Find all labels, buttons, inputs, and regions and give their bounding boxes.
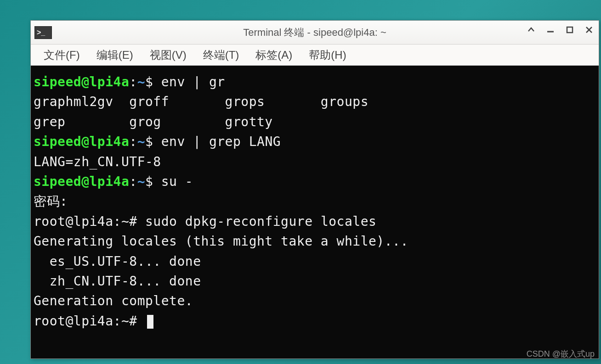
prompt-symbol: $ xyxy=(145,134,161,149)
minimize-button[interactable] xyxy=(544,24,557,35)
prompt-glyph-icon: >_ xyxy=(37,28,45,37)
command-text: env | grep LANG xyxy=(161,134,281,149)
watermark: CSDN @嵌入式up xyxy=(527,348,595,359)
prompt-sep: : xyxy=(129,174,137,189)
command-text: sudo dpkg-reconfigure locales xyxy=(145,214,376,229)
command-text: env | gr xyxy=(161,74,225,90)
root-prompt-symbol: # xyxy=(129,314,145,329)
menu-terminal[interactable]: 终端(T) xyxy=(195,45,248,65)
prompt-sep: : xyxy=(129,74,137,90)
close-button[interactable] xyxy=(582,24,596,35)
menu-file[interactable]: 文件(F) xyxy=(35,45,88,65)
prompt-user: sipeed@lpi4a xyxy=(34,134,129,149)
root-prompt-symbol: # xyxy=(129,214,145,229)
prompt-path: ~ xyxy=(137,74,145,90)
terminal-window: >_ Terminal 终端 - sipeed@lpi4a: ~ 文件(F) 编… xyxy=(30,20,599,359)
terminal-line: root@lpi4a:~# sudo dpkg-reconfigure loca… xyxy=(34,212,596,231)
terminal-line: Generating locales (this might take a wh… xyxy=(34,231,596,251)
terminal-line: graphml2gv groff grops groups xyxy=(34,92,596,112)
prompt-user: sipeed@lpi4a xyxy=(34,74,129,90)
prompt-user: sipeed@lpi4a xyxy=(34,174,129,189)
prompt-sep: : xyxy=(129,134,137,149)
prompt-symbol: $ xyxy=(145,74,161,90)
terminal-line: grep grog grotty xyxy=(34,112,596,132)
window-title: Terminal 终端 - sipeed@lpi4a: ~ xyxy=(243,26,386,39)
root-prompt-user: root@lpi4a: xyxy=(34,314,121,329)
titlebar[interactable]: >_ Terminal 终端 - sipeed@lpi4a: ~ xyxy=(31,21,599,45)
terminal-line: sipeed@lpi4a:~$ su - xyxy=(34,172,596,191)
root-prompt-path: ~ xyxy=(121,314,129,329)
terminal-line: Generation complete. xyxy=(34,291,596,311)
menu-view[interactable]: 视图(V) xyxy=(142,45,195,65)
terminal-line: zh_CN.UTF-8... done xyxy=(34,271,596,291)
terminal-line: root@lpi4a:~# xyxy=(34,311,596,331)
menu-help[interactable]: 帮助(H) xyxy=(300,45,354,65)
terminal-app-icon: >_ xyxy=(34,26,52,39)
root-prompt-user: root@lpi4a: xyxy=(34,214,121,229)
terminal-line: es_US.UTF-8... done xyxy=(34,252,596,271)
prompt-symbol: $ xyxy=(145,174,161,189)
terminal-line: 密码: xyxy=(34,191,596,211)
terminal-body[interactable]: sipeed@lpi4a:~$ env | gr graphml2gv grof… xyxy=(31,66,599,358)
menu-tabs[interactable]: 标签(A) xyxy=(247,45,300,65)
terminal-line: sipeed@lpi4a:~$ env | gr xyxy=(34,72,596,92)
window-controls xyxy=(524,24,596,35)
menubar: 文件(F) 编辑(E) 视图(V) 终端(T) 标签(A) 帮助(H) xyxy=(31,45,599,66)
menu-edit[interactable]: 编辑(E) xyxy=(88,45,142,65)
rollup-button[interactable] xyxy=(524,24,538,35)
prompt-path: ~ xyxy=(137,174,145,189)
prompt-path: ~ xyxy=(137,134,145,149)
terminal-line: sipeed@lpi4a:~$ env | grep LANG xyxy=(34,132,596,151)
terminal-line: LANG=zh_CN.UTF-8 xyxy=(34,152,596,172)
root-prompt-path: ~ xyxy=(121,214,129,229)
cursor-icon xyxy=(147,315,153,329)
command-text: su - xyxy=(161,174,193,189)
maximize-button[interactable] xyxy=(563,24,577,35)
svg-rect-1 xyxy=(567,27,573,33)
